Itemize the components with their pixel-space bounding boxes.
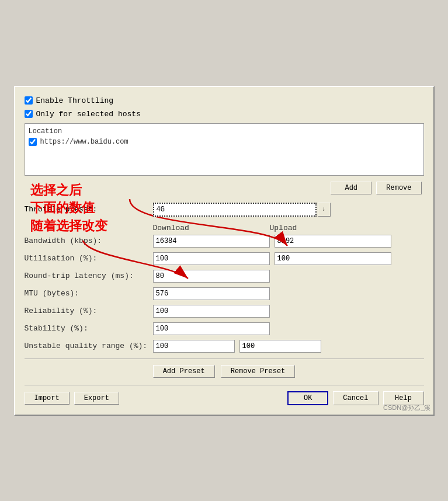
hosts-column-header: Location — [29, 127, 420, 135]
col-headers: Download Upload — [153, 224, 424, 232]
utilisation-row: Utilisation (%): — [25, 252, 424, 265]
reliability-label: Reliability (%): — [25, 307, 153, 315]
footer-row: Import Export OK Cancel Help — [25, 391, 424, 405]
cancel-button[interactable]: Cancel — [333, 391, 378, 405]
ok-button[interactable]: OK — [287, 391, 328, 405]
host-checkbox[interactable] — [29, 138, 37, 146]
upload-col-header: Upload — [270, 224, 387, 232]
round-trip-label: Round-trip latency (ms): — [25, 272, 153, 280]
throttle-preset-row: Throttle preset: 4G Custom 1G DSL 3G Edg… — [25, 203, 424, 217]
footer-left-buttons: Import Export — [25, 392, 119, 405]
mtu-row: MTU (bytes): — [25, 287, 424, 300]
bandwidth-label: Bandwidth (kbps): — [25, 236, 153, 245]
import-button[interactable]: Import — [25, 392, 70, 405]
reliability-row: Reliability (%): — [25, 305, 424, 318]
only-selected-row: Only for selected hosts — [25, 110, 424, 119]
unstable-download-input[interactable] — [153, 340, 235, 353]
bandwidth-download-input[interactable] — [153, 235, 270, 248]
download-col-header: Download — [153, 224, 270, 232]
utilisation-label: Utilisation (%): — [25, 254, 153, 263]
round-trip-row: Round-trip latency (ms): — [25, 270, 424, 283]
throttle-dialog: Enable Throttling Only for selected host… — [14, 86, 435, 416]
stability-label: Stability (%): — [25, 324, 153, 333]
unstable-row: Unstable quality range (%): — [25, 340, 424, 353]
unstable-upload-input[interactable] — [239, 340, 321, 353]
utilisation-download-input[interactable] — [153, 252, 270, 265]
remove-button[interactable]: Remove — [376, 182, 421, 194]
watermark: CSDN@孙乙_溪 — [383, 403, 430, 412]
enable-throttling-label: Enable Throttling — [36, 96, 114, 105]
mtu-label: MTU (bytes): — [25, 289, 153, 298]
stability-row: Stability (%): — [25, 322, 424, 335]
export-button[interactable]: Export — [74, 392, 119, 405]
stability-download-input[interactable] — [153, 322, 270, 335]
hosts-table: Location https://www.baidu.com — [25, 123, 424, 176]
host-url: https://www.baidu.com — [40, 138, 129, 146]
preset-select-wrapper: 4G Custom 1G DSL 3G Edge Dial-up ↓ — [153, 203, 331, 217]
mtu-download-input[interactable] — [153, 287, 270, 300]
enable-throttling-checkbox[interactable] — [25, 96, 33, 105]
divider — [25, 359, 424, 359]
add-remove-row: Add Remove — [25, 182, 424, 194]
throttle-preset-select[interactable]: 4G Custom 1G DSL 3G Edge Dial-up — [153, 203, 317, 217]
host-row: https://www.baidu.com — [29, 138, 420, 146]
bandwidth-upload-input[interactable] — [275, 235, 391, 248]
add-preset-button[interactable]: Add Preset — [153, 365, 215, 378]
round-trip-download-input[interactable] — [153, 270, 270, 283]
only-selected-checkbox[interactable] — [25, 110, 33, 118]
add-button[interactable]: Add — [331, 182, 371, 194]
enable-throttling-row: Enable Throttling — [25, 96, 424, 105]
only-selected-label: Only for selected hosts — [36, 110, 141, 119]
remove-preset-button[interactable]: Remove Preset — [221, 365, 296, 378]
divider2 — [25, 385, 424, 385]
reliability-download-input[interactable] — [153, 305, 270, 318]
preset-buttons-row: Add Preset Remove Preset — [25, 365, 424, 378]
utilisation-upload-input[interactable] — [275, 252, 391, 265]
throttle-preset-label: Throttle preset: — [25, 205, 153, 214]
unstable-label: Unstable quality range (%): — [25, 342, 153, 350]
preset-dropdown-button[interactable]: ↓ — [318, 203, 331, 217]
bandwidth-row: Bandwidth (kbps): — [25, 235, 424, 248]
